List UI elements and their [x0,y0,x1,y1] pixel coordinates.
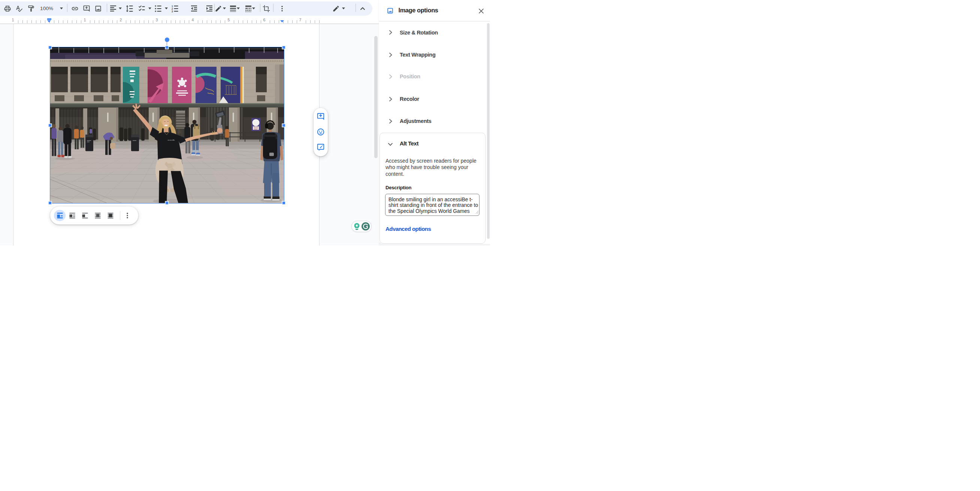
svg-text:1: 1 [172,5,173,8]
svg-text:3: 3 [172,10,173,12]
svg-text:2: 2 [172,8,173,10]
